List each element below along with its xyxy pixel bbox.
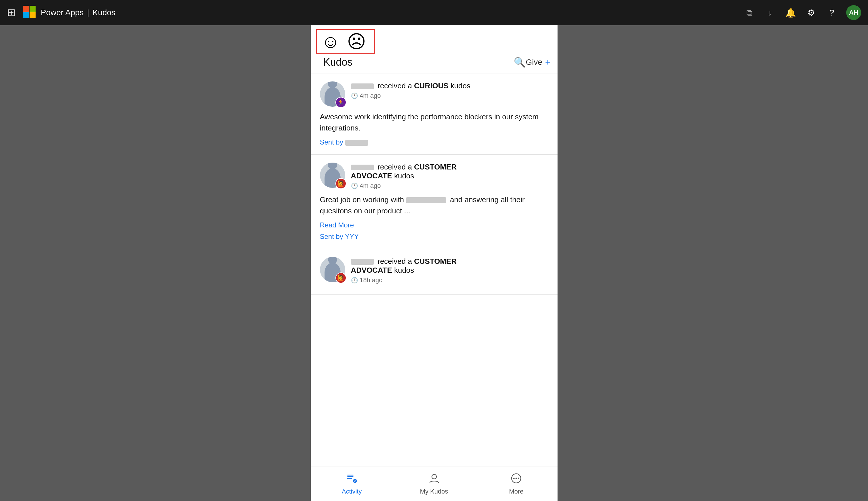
card-info: received a CUSTOMERADVOCATE kudos 🕐 18h … [351,257,548,284]
nav-separator: | [87,8,89,17]
svg-rect-3 [30,12,35,18]
time-row: 🕐 4m ago [351,92,548,99]
kudos-card: 🏃 received a CURIOUS kudos 🕐 4m ago Awes… [311,73,557,154]
give-plus-icon: + [545,57,551,68]
kudos-badge-icon: 🙋 [335,178,346,189]
happy-face-icon[interactable]: ☺ [321,32,340,51]
svg-point-13 [518,478,519,479]
kudos-badge-icon: 🙋 [335,273,346,283]
card-top: 🙋 received a CUSTOMERADVOCATE kudos 🕐 4m… [320,163,548,190]
activity-icon: ⊙ [346,473,357,486]
more-icon [511,473,522,486]
avatar-wrap: 🏃 [320,82,345,107]
activity-tab-label: Activity [342,488,362,495]
time-label: 18h ago [360,276,383,284]
app-module: Kudos [93,8,115,17]
app-header: ☺ ☹ Kudos 🔍 Give + [311,25,557,73]
kudos-badge-icon: 🏃 [335,97,346,108]
card-info: received a CURIOUS kudos 🕐 4m ago [351,82,548,99]
kudos-type-label: CURIOUS [414,82,449,90]
time-row: 🕐 4m ago [351,182,548,190]
app-container: ☺ ☹ Kudos 🔍 Give + 🏃 [311,25,557,501]
card-top: 🙋 received a CUSTOMERADVOCATE kudos 🕐 18… [320,257,548,284]
card-top: 🏃 received a CURIOUS kudos 🕐 4m ago [320,82,548,107]
sent-by-row[interactable]: Sent by [320,138,548,146]
search-button[interactable]: 🔍 [514,56,526,68]
top-nav: ⊞ Power Apps | Kudos ⧉ ↓ 🔔 ⚙ ? AH [0,0,868,25]
card-message: Awesome work identifying the performance… [320,111,548,134]
download-icon[interactable]: ↓ [764,6,776,19]
card-name-text: received a CUSTOMERADVOCATE kudos [351,163,548,180]
feed-area: 🏃 received a CURIOUS kudos 🕐 4m ago Awes… [311,73,557,467]
user-avatar[interactable]: AH [846,5,861,20]
tab-more[interactable]: More [475,467,557,501]
header-title-row: Kudos 🔍 Give + [311,54,557,73]
card-message: Great job on working with and answering … [320,194,548,216]
svg-rect-4 [347,475,354,476]
give-label: Give [526,58,542,67]
sad-face-icon[interactable]: ☹ [347,32,366,51]
clock-icon: 🕐 [351,182,358,189]
svg-rect-5 [347,476,354,477]
help-icon[interactable]: ? [826,6,838,19]
recipient-name-blur [351,259,374,265]
give-button[interactable]: Give + [526,57,550,68]
share-icon[interactable]: ⧉ [743,6,755,19]
inline-name-blur [406,197,446,203]
kudos-card: 🙋 received a CUSTOMERADVOCATE kudos 🕐 18… [311,249,557,295]
more-tab-label: More [509,488,523,495]
svg-point-12 [516,478,517,479]
svg-rect-0 [23,6,29,12]
my-kudos-icon [429,473,440,486]
card-name-text: received a CUSTOMERADVOCATE kudos [351,257,548,275]
nav-icons: ⧉ ↓ 🔔 ⚙ ? AH [743,5,861,20]
avatar-wrap: 🙋 [320,257,345,282]
kudos-title: Kudos [323,56,353,68]
clock-icon: 🕐 [351,92,358,99]
clock-icon: 🕐 [351,277,358,284]
recipient-name-blur [351,84,374,89]
svg-text:⊙: ⊙ [354,479,356,483]
tab-my-kudos[interactable]: My Kudos [393,467,475,501]
time-row: 🕐 18h ago [351,276,548,284]
time-label: 4m ago [360,182,381,190]
svg-point-9 [432,474,437,479]
avatar-wrap: 🙋 [320,163,345,188]
tab-activity[interactable]: ⊙ Activity [311,467,393,501]
svg-point-11 [513,478,515,479]
sender-name-blur [345,140,368,146]
kudos-card: 🙋 received a CUSTOMERADVOCATE kudos 🕐 4m… [311,154,557,249]
time-label: 4m ago [360,92,381,99]
recipient-name-blur [351,164,374,170]
my-kudos-tab-label: My Kudos [420,488,448,495]
card-name-text: received a CURIOUS kudos [351,82,548,90]
svg-rect-2 [23,12,29,18]
svg-rect-6 [347,478,352,479]
waffle-icon[interactable]: ⊞ [7,7,15,19]
app-name: Power Apps [41,8,84,17]
ms-logo [22,5,36,20]
card-info: received a CUSTOMERADVOCATE kudos 🕐 4m a… [351,163,548,190]
emoji-selection-box[interactable]: ☺ ☹ [316,29,375,54]
tab-bar: ⊙ Activity My Kudos [311,467,557,501]
sent-by-row[interactable]: Sent by YYY [320,233,548,241]
read-more-button[interactable]: Read More [320,221,548,229]
bell-icon[interactable]: 🔔 [784,6,797,19]
svg-rect-1 [30,6,35,12]
settings-icon[interactable]: ⚙ [805,6,817,19]
